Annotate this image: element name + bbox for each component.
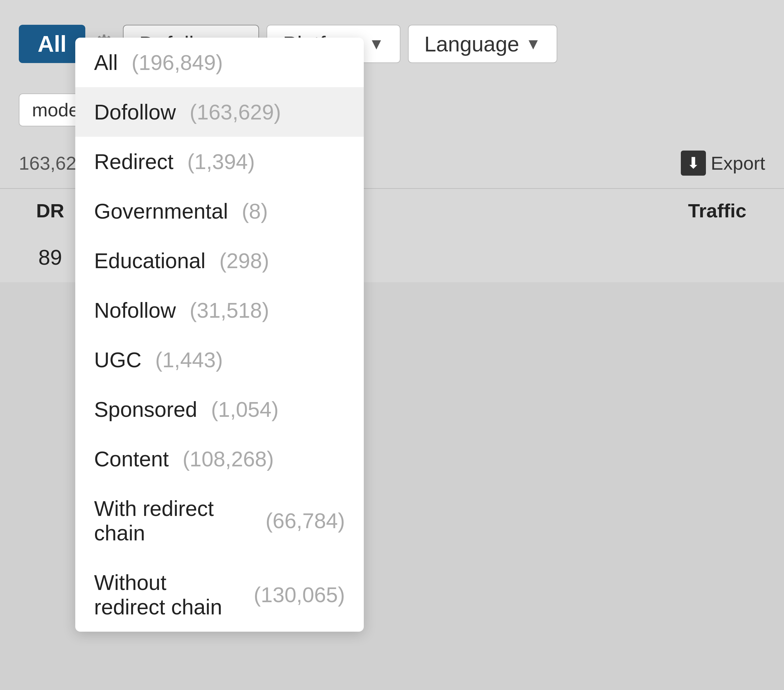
item-count-with-redirect-chain: (66,784)	[266, 509, 345, 533]
dropdown-item-nofollow[interactable]: Nofollow (31,518)	[75, 285, 364, 335]
dropdown-item-ugc[interactable]: UGC (1,443)	[75, 335, 364, 385]
dofollow-dropdown-menu: All (196,849) Dofollow (163,629) Redirec…	[75, 38, 364, 632]
language-dropdown-button[interactable]: Language ▼	[408, 25, 557, 63]
item-label-all: All	[94, 50, 118, 75]
language-chevron-icon: ▼	[525, 35, 541, 53]
item-label-redirect: Redirect	[94, 149, 173, 174]
export-label: Export	[711, 152, 765, 174]
dropdown-item-educational[interactable]: Educational (298)	[75, 236, 364, 285]
item-count-without-redirect-chain: (130,065)	[254, 583, 345, 607]
item-count-governmental: (8)	[242, 199, 268, 223]
item-count-all: (196,849)	[132, 50, 223, 75]
dropdown-item-without-redirect-chain[interactable]: Without redirect chain (130,065)	[75, 558, 364, 632]
platform-chevron-icon: ▼	[369, 35, 384, 53]
dropdown-item-dofollow[interactable]: Dofollow (163,629)	[75, 87, 364, 137]
mode-label: mode	[32, 99, 79, 121]
item-count-content: (108,268)	[183, 446, 274, 471]
item-label-sponsored: Sponsored	[94, 397, 197, 422]
item-label-educational: Educational	[94, 249, 206, 273]
export-button[interactable]: ⬇ Export	[681, 151, 765, 176]
item-label-with-redirect-chain: With redirect chain	[94, 496, 252, 545]
col-header-traffic: Traffic	[688, 199, 746, 222]
col-header-dr: DR	[19, 199, 82, 222]
dropdown-item-all[interactable]: All (196,849)	[75, 38, 364, 87]
export-download-icon: ⬇	[681, 151, 706, 176]
item-count-redirect: (1,394)	[187, 149, 255, 174]
item-label-without-redirect-chain: Without redirect chain	[94, 570, 240, 619]
item-label-dofollow: Dofollow	[94, 100, 176, 124]
item-label-governmental: Governmental	[94, 199, 228, 223]
item-count-sponsored: (1,054)	[211, 397, 278, 422]
item-count-educational: (298)	[219, 249, 269, 273]
dropdown-item-sponsored[interactable]: Sponsored (1,054)	[75, 385, 364, 434]
item-label-content: Content	[94, 446, 169, 471]
item-label-nofollow: Nofollow	[94, 298, 176, 323]
item-count-nofollow: (31,518)	[190, 298, 269, 323]
item-label-ugc: UGC	[94, 347, 142, 372]
dropdown-item-redirect[interactable]: Redirect (1,394)	[75, 137, 364, 186]
dropdown-item-with-redirect-chain[interactable]: With redirect chain (66,784)	[75, 484, 364, 558]
dropdown-item-governmental[interactable]: Governmental (8)	[75, 186, 364, 236]
language-label: Language	[424, 32, 519, 56]
cell-dr-value: 89	[19, 245, 82, 269]
dropdown-item-content[interactable]: Content (108,268)	[75, 434, 364, 484]
item-count-ugc: (1,443)	[155, 347, 222, 372]
item-count-dofollow: (163,629)	[190, 100, 281, 124]
